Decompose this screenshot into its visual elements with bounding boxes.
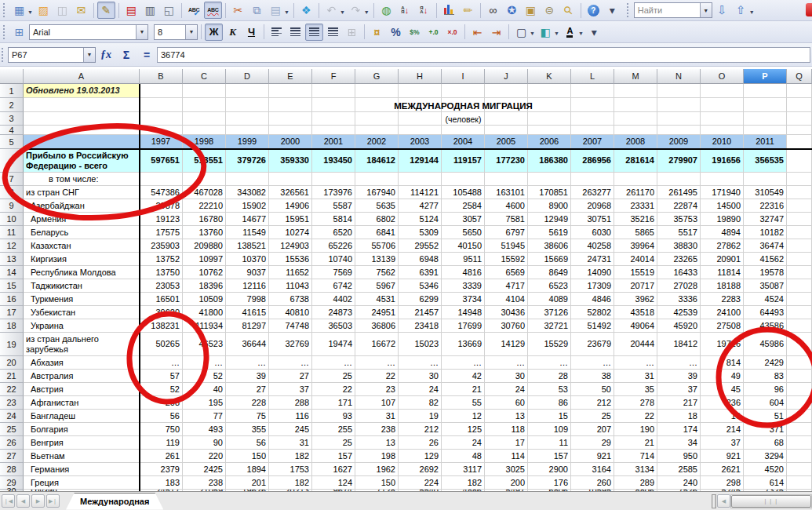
cell-A2[interactable]	[24, 98, 140, 112]
cell-H24[interactable]: 19	[399, 410, 442, 423]
cell-E18[interactable]: 74748	[269, 319, 312, 333]
sum-icon[interactable]: Σ	[116, 49, 137, 61]
cell-J10[interactable]: 7581	[485, 213, 528, 226]
cell-I16[interactable]: 3734	[442, 293, 485, 306]
cell-H9[interactable]: 4277	[399, 199, 442, 213]
cell-Q27[interactable]	[787, 450, 812, 463]
cell-I15[interactable]: 3339	[442, 279, 485, 293]
cell-O22[interactable]: 45	[701, 383, 744, 396]
cell-G11[interactable]: 6841	[355, 226, 399, 239]
row-header-17[interactable]: 17	[0, 306, 24, 319]
toolbar-overflow-icon[interactable]: ▾	[603, 2, 621, 19]
cell-Q22[interactable]	[787, 383, 812, 396]
cell-I2[interactable]	[442, 98, 485, 112]
scroll-left-icon[interactable]: ◀	[717, 494, 730, 508]
cell-K23[interactable]: 86	[528, 396, 571, 410]
cell-Q13[interactable]	[787, 253, 812, 266]
cell-Q8[interactable]	[787, 186, 812, 199]
cell-L15[interactable]: 17309	[571, 279, 614, 293]
row-header-12[interactable]: 12	[0, 239, 24, 253]
cell-H20[interactable]: …	[399, 356, 442, 370]
cell-E2[interactable]	[269, 98, 312, 112]
page-preview-icon[interactable]: ◱	[160, 2, 178, 19]
equals-icon[interactable]: =	[137, 49, 157, 61]
cell-K27[interactable]: 157	[528, 450, 571, 463]
cell-K4[interactable]	[528, 126, 571, 135]
cell-L11[interactable]: 6030	[571, 226, 614, 239]
cell-D21[interactable]: 39	[226, 370, 269, 383]
cell-P3[interactable]	[744, 112, 787, 126]
cell-C5[interactable]: 1998	[183, 135, 226, 149]
cell-D1[interactable]	[226, 84, 269, 98]
row-header-22[interactable]: 22	[0, 383, 24, 396]
cell-C27[interactable]: 220	[183, 450, 226, 463]
cell-C18[interactable]: 111934	[183, 319, 226, 333]
cell-D27[interactable]: 150	[226, 450, 269, 463]
cell-O13[interactable]: 20901	[701, 253, 744, 266]
cell-E15[interactable]: 11043	[269, 279, 312, 293]
cell-M8[interactable]: 261170	[614, 186, 657, 199]
cell-P10[interactable]: 32747	[744, 213, 787, 226]
cell-A12[interactable]: Казахстан	[24, 239, 140, 253]
cell-E27[interactable]: 182	[269, 450, 312, 463]
cell-C3[interactable]	[183, 112, 226, 126]
cell-H11[interactable]: 5309	[399, 226, 442, 239]
select-all-corner[interactable]	[0, 69, 24, 84]
cell-K29[interactable]: 176	[528, 476, 571, 490]
cell-F6[interactable]: 193450	[312, 149, 355, 173]
cell-H2[interactable]	[399, 98, 442, 112]
cell-L25[interactable]: 207	[571, 423, 614, 436]
cell-I20[interactable]: …	[442, 356, 485, 370]
cell-I18[interactable]: 17699	[442, 319, 485, 333]
horizontal-scrollbar[interactable]: ❘❘❘	[730, 494, 812, 508]
cell-H12[interactable]: 29552	[399, 239, 442, 253]
cell-A26[interactable]: Венгрия	[24, 436, 140, 450]
row-header-5[interactable]: 5	[0, 135, 24, 149]
cell-M19[interactable]: 20444	[614, 333, 657, 356]
cell-J1[interactable]	[485, 84, 528, 98]
row-header-8[interactable]: 8	[0, 186, 24, 199]
cell-L18[interactable]: 51492	[571, 319, 614, 333]
cell-L4[interactable]	[571, 126, 614, 135]
cell-Q20[interactable]	[787, 356, 812, 370]
cell-Q14[interactable]	[787, 266, 812, 279]
cell-N20[interactable]: …	[657, 356, 701, 370]
toolbar-grip[interactable]	[3, 25, 6, 39]
cell-A19[interactable]: из стран дальнего зарубежья	[24, 333, 140, 356]
cell-G6[interactable]: 184612	[355, 149, 399, 173]
cell-K15[interactable]: 6523	[528, 279, 571, 293]
cell-G1[interactable]	[355, 84, 399, 98]
cell-L23[interactable]: 212	[571, 396, 614, 410]
find-previous-icon[interactable]: ⇧	[732, 2, 750, 19]
cell-P16[interactable]: 4524	[744, 293, 787, 306]
cell-Q21[interactable]	[787, 370, 812, 383]
cell-D6[interactable]: 379726	[226, 149, 269, 173]
cell-E3[interactable]	[269, 112, 312, 126]
cell-Q16[interactable]	[787, 293, 812, 306]
row-header-2[interactable]: 2	[0, 98, 24, 112]
cell-G24[interactable]: 31	[355, 410, 399, 423]
cell-N28[interactable]: 2585	[657, 463, 701, 476]
cell-E25[interactable]: 245	[269, 423, 312, 436]
cell-O26[interactable]: 37	[701, 436, 744, 450]
cell-P7[interactable]	[744, 173, 787, 186]
cell-J6[interactable]: 177230	[485, 149, 528, 173]
cell-N2[interactable]	[657, 98, 701, 112]
cell-G17[interactable]: 24951	[355, 306, 399, 319]
percent-format-icon[interactable]: %	[387, 24, 405, 41]
cell-N27[interactable]: 950	[657, 450, 701, 463]
cell-G12[interactable]: 55706	[355, 239, 399, 253]
cell-A23[interactable]: Афганистан	[24, 396, 140, 410]
cell-C9[interactable]: 22210	[183, 199, 226, 213]
cell-A25[interactable]: Болгария	[24, 423, 140, 436]
cell-L3[interactable]	[571, 112, 614, 126]
align-right-icon[interactable]	[305, 24, 323, 41]
cell-N10[interactable]: 35753	[657, 213, 701, 226]
cell-B23[interactable]: 208	[140, 396, 183, 410]
cell-F24[interactable]: 93	[312, 410, 355, 423]
paste-dropdown-icon[interactable]: ▼	[284, 9, 289, 15]
cell-H4[interactable]	[399, 126, 442, 135]
row-header-21[interactable]: 21	[0, 370, 24, 383]
find-input[interactable]: Найти ▼	[634, 2, 712, 18]
cell-I19[interactable]: 13669	[442, 333, 485, 356]
